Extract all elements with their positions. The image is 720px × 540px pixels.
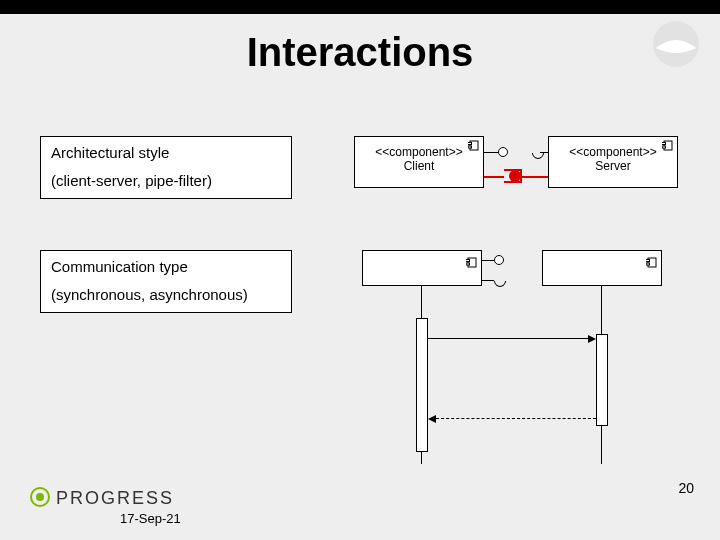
callout-main: Communication type <box>51 257 281 277</box>
progress-logo: PROGRESS <box>30 487 174 512</box>
callout-communication-type: Communication type (synchronous, asynchr… <box>40 250 292 313</box>
red-connector-line <box>522 176 548 178</box>
svg-rect-6 <box>662 146 666 148</box>
svg-rect-5 <box>662 143 666 145</box>
message-return <box>436 418 596 419</box>
connector-stub <box>484 152 498 153</box>
callout-architectural-style: Architectural style (client-server, pipe… <box>40 136 292 199</box>
sequence-lifeline-head-right <box>542 250 662 286</box>
component-icon <box>466 254 477 265</box>
svg-rect-12 <box>646 263 650 265</box>
connector-stub <box>482 280 494 281</box>
provided-interface-icon <box>494 255 504 265</box>
connector-stub <box>482 260 494 261</box>
callout-sub: (synchronous, asynchronous) <box>51 285 281 305</box>
top-bar <box>0 0 720 14</box>
svg-point-14 <box>36 493 44 501</box>
svg-rect-9 <box>466 263 470 265</box>
component-server: <<component>> Server <box>548 136 678 188</box>
stereotype: <<component>> <box>355 145 483 159</box>
activation-right <box>596 334 608 426</box>
progress-logo-icon <box>30 487 50 512</box>
svg-rect-2 <box>468 143 472 145</box>
component-name: Client <box>355 159 483 173</box>
component-client: <<component>> Client <box>354 136 484 188</box>
arrow-right-icon <box>588 335 596 343</box>
sequence-lifeline-head-left <box>362 250 482 286</box>
svg-rect-3 <box>468 146 472 148</box>
svg-rect-8 <box>466 260 470 262</box>
component-icon <box>646 254 657 265</box>
component-icon <box>468 140 479 151</box>
footer-date: 17-Sep-21 <box>120 511 181 526</box>
required-interface-icon <box>492 273 509 290</box>
connector-stub <box>540 152 548 153</box>
red-ball-icon <box>509 170 521 182</box>
brand-name: PROGRESS <box>56 488 174 508</box>
red-connector-line <box>484 176 504 178</box>
callout-sub: (client-server, pipe-filter) <box>51 171 281 191</box>
slide-title: Interactions <box>0 30 720 75</box>
component-icon <box>662 140 673 151</box>
provided-interface-icon <box>498 147 508 157</box>
arrow-left-icon <box>428 415 436 423</box>
component-name: Server <box>549 159 677 173</box>
page-number: 20 <box>678 480 694 496</box>
callout-main: Architectural style <box>51 143 281 163</box>
svg-rect-11 <box>646 260 650 262</box>
activation-left <box>416 318 428 452</box>
stereotype: <<component>> <box>549 145 677 159</box>
message-call <box>428 338 590 339</box>
